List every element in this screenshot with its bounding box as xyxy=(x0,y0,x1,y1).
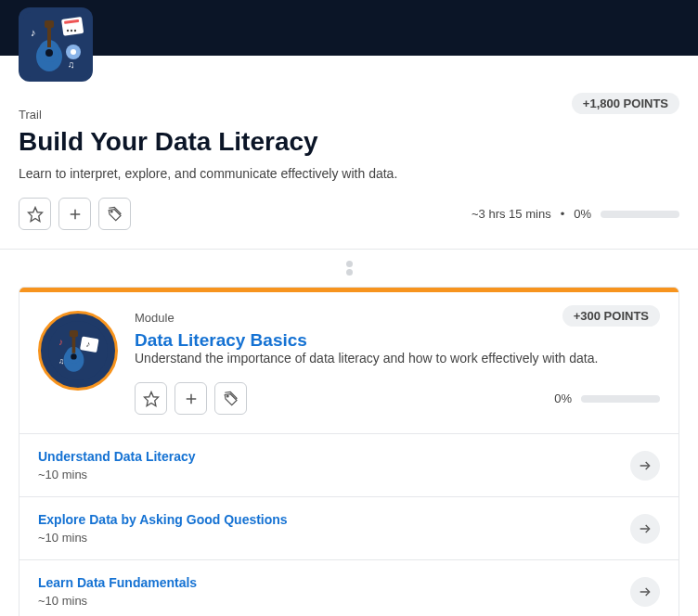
trail-title: Build Your Data Literacy xyxy=(19,127,679,157)
svg-point-8 xyxy=(67,30,69,32)
unit-go-button[interactable] xyxy=(630,577,660,607)
svg-text:♪: ♪ xyxy=(31,27,36,38)
unit-duration: ~10 mins xyxy=(38,594,630,608)
tag-icon xyxy=(223,391,239,407)
star-icon xyxy=(143,391,160,407)
module-action-row: 0% xyxy=(135,382,660,415)
guitar-music-icon: ♪ ♪ ♫ xyxy=(48,321,108,380)
svg-point-18 xyxy=(110,211,112,212)
trail-header: +1,800 POINTS Trail Build Your Data Lite… xyxy=(19,71,679,230)
add-button[interactable] xyxy=(58,198,91,230)
plus-icon xyxy=(67,206,84,223)
svg-marker-29 xyxy=(144,391,158,405)
separator: • xyxy=(561,207,565,221)
unit-duration: ~10 mins xyxy=(38,531,630,545)
module-badge: ♪ ♪ ♫ xyxy=(38,311,118,391)
module-header: +300 POINTS ♪ ♪ ♫ Module Data Literacy B… xyxy=(19,292,679,433)
svg-marker-15 xyxy=(28,207,42,221)
module-progress-bar xyxy=(581,395,660,403)
trail-action-row: ~3 hrs 15 mins • 0% xyxy=(19,198,679,230)
guitar-music-icon: ♪ ♫ xyxy=(23,12,88,77)
unit-duration: ~10 mins xyxy=(38,468,630,481)
svg-point-32 xyxy=(226,395,228,397)
svg-point-9 xyxy=(71,30,72,32)
module-points-badge: +300 POINTS xyxy=(562,305,660,327)
svg-rect-24 xyxy=(70,330,78,337)
trail-points-badge: +1,800 POINTS xyxy=(572,93,679,114)
trail-progress-bar xyxy=(601,211,679,218)
trail-description: Learn to interpret, explore, and communi… xyxy=(19,166,679,181)
unit-title: Understand Data Literacy xyxy=(38,449,630,464)
unit-row[interactable]: Understand Data Literacy ~10 mins xyxy=(19,433,679,496)
unit-go-button[interactable] xyxy=(630,514,660,544)
svg-point-12 xyxy=(71,49,76,55)
svg-text:♪: ♪ xyxy=(58,337,63,347)
svg-rect-4 xyxy=(47,25,51,47)
svg-rect-5 xyxy=(45,20,54,28)
favorite-button[interactable] xyxy=(19,198,51,230)
unit-go-button[interactable] xyxy=(630,451,660,481)
unit-row[interactable]: Learn Data Fundamentals ~10 mins xyxy=(19,559,679,616)
arrow-right-icon xyxy=(638,584,653,599)
add-button[interactable] xyxy=(174,382,207,415)
svg-point-10 xyxy=(74,30,76,32)
trail-progress-pct: 0% xyxy=(574,207,591,221)
star-icon xyxy=(27,206,44,223)
module-description: Understand the importance of data litera… xyxy=(135,351,660,366)
tags-button[interactable] xyxy=(214,382,247,415)
module-title-link[interactable]: Data Literacy Basics xyxy=(135,330,307,350)
svg-rect-6 xyxy=(61,17,84,36)
arrow-right-icon xyxy=(638,521,653,536)
unit-row[interactable]: Explore Data by Asking Good Questions ~1… xyxy=(19,496,679,559)
svg-point-22 xyxy=(71,353,76,359)
module-progress-pct: 0% xyxy=(554,391,572,405)
trail-meta: ~3 hrs 15 mins • 0% xyxy=(472,207,679,221)
arrow-right-icon xyxy=(638,458,653,473)
plus-icon xyxy=(183,391,200,407)
unit-title: Learn Data Fundamentals xyxy=(38,575,630,590)
module-card: +300 POINTS ♪ ♪ ♫ Module Data Literacy B… xyxy=(19,287,679,616)
module-meta: 0% xyxy=(554,391,660,405)
svg-text:♫: ♫ xyxy=(58,357,64,366)
unit-title: Explore Data by Asking Good Questions xyxy=(38,512,630,527)
favorite-button[interactable] xyxy=(135,382,167,415)
top-bar: ♪ ♫ xyxy=(0,0,698,56)
tags-button[interactable] xyxy=(98,198,131,230)
svg-text:♫: ♫ xyxy=(68,59,75,70)
svg-point-3 xyxy=(45,49,53,57)
trail-duration: ~3 hrs 15 mins xyxy=(472,207,551,221)
tag-icon xyxy=(107,206,123,223)
drag-handle xyxy=(0,250,698,287)
svg-rect-23 xyxy=(72,335,76,353)
